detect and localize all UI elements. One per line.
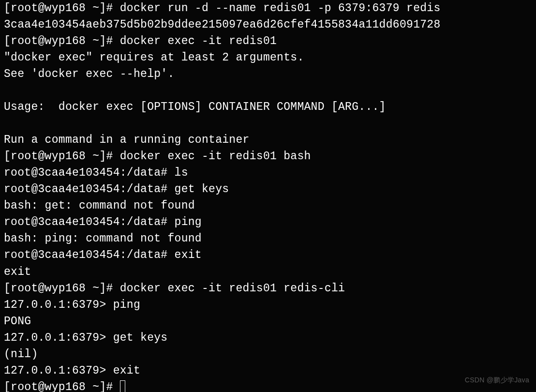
terminal-output[interactable]: [root@wyp168 ~]# docker run -d --name re… xyxy=(4,0,532,392)
terminal-line: root@3caa4e103454:/data# ping xyxy=(4,216,202,228)
terminal-line: PONG xyxy=(4,315,31,328)
terminal-line: bash: ping: command not found xyxy=(4,232,202,245)
terminal-line: [root@wyp168 ~]# docker exec -it redis01 xyxy=(4,35,277,47)
terminal-line: Run a command in a running container xyxy=(4,134,250,146)
terminal-line: exit xyxy=(4,266,31,278)
terminal-line: Usage: docker exec [OPTIONS] CONTAINER C… xyxy=(4,101,386,113)
terminal-line: 127.0.0.1:6379> exit xyxy=(4,364,140,377)
watermark-text: CSDN @鹏少学Java xyxy=(465,375,529,385)
terminal-line: 127.0.0.1:6379> get keys xyxy=(4,332,167,344)
terminal-prompt: [root@wyp168 ~]# xyxy=(4,381,120,392)
terminal-line: [root@wyp168 ~]# docker exec -it redis01… xyxy=(4,282,345,295)
terminal-line: bash: get: command not found xyxy=(4,199,195,212)
terminal-line: See 'docker exec --help'. xyxy=(4,68,175,80)
terminal-line: 3caa4e103454aeb375d5b02b9ddee215097ea6d2… xyxy=(4,18,441,31)
terminal-line: [root@wyp168 ~]# docker run -d --name re… xyxy=(4,2,441,15)
cursor-icon xyxy=(120,380,125,392)
terminal-line: 127.0.0.1:6379> ping xyxy=(4,299,140,311)
terminal-line: "docker exec" requires at least 2 argume… xyxy=(4,51,304,64)
terminal-line: [root@wyp168 ~]# docker exec -it redis01… xyxy=(4,150,311,163)
terminal-line: (nil) xyxy=(4,348,38,361)
terminal-line: root@3caa4e103454:/data# exit xyxy=(4,249,202,261)
terminal-line: root@3caa4e103454:/data# ls xyxy=(4,166,188,179)
terminal-line: root@3caa4e103454:/data# get keys xyxy=(4,183,229,196)
